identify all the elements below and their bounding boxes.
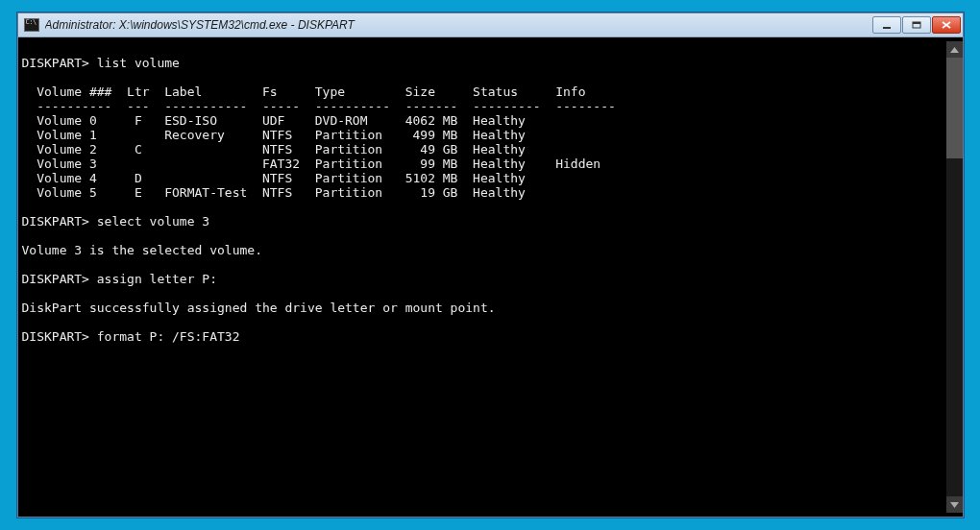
- maximize-button[interactable]: [902, 16, 931, 34]
- svg-rect-0: [883, 27, 891, 29]
- svg-marker-6: [950, 502, 959, 508]
- scrollbar-track[interactable]: [946, 58, 963, 496]
- scrollbar-thumb[interactable]: [946, 58, 963, 158]
- titlebar[interactable]: Administrator: X:\windows\SYSTEM32\cmd.e…: [17, 12, 964, 37]
- scroll-up-button[interactable]: [946, 41, 963, 58]
- minimize-icon: [882, 21, 892, 29]
- scrollbar[interactable]: [946, 41, 963, 513]
- minimize-button[interactable]: [872, 16, 901, 34]
- terminal[interactable]: DISKPART> list volume Volume ### Ltr Lab…: [17, 37, 964, 518]
- command-prompt-window: Administrator: X:\windows\SYSTEM32\cmd.e…: [17, 12, 964, 518]
- scroll-down-button[interactable]: [946, 496, 963, 513]
- svg-rect-2: [913, 22, 920, 24]
- window-title: Administrator: X:\windows\SYSTEM32\cmd.e…: [45, 18, 867, 32]
- close-icon: [942, 21, 951, 29]
- cmd-icon: [24, 18, 39, 32]
- close-button[interactable]: [932, 16, 961, 34]
- maximize-icon: [912, 21, 921, 29]
- svg-marker-5: [950, 47, 959, 53]
- arrow-down-icon: [950, 502, 959, 508]
- window-controls: [872, 16, 961, 34]
- arrow-up-icon: [950, 47, 959, 53]
- terminal-content[interactable]: DISKPART> list volume Volume ### Ltr Lab…: [22, 41, 946, 513]
